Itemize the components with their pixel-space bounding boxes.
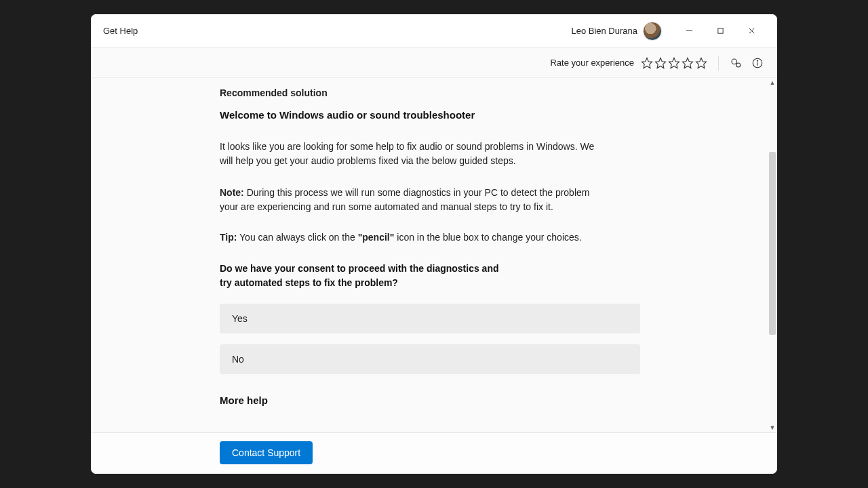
star-icon[interactable] — [654, 57, 667, 69]
close-button[interactable] — [738, 22, 765, 41]
content-area: Recommended solution Welcome to Windows … — [91, 78, 777, 432]
info-icon[interactable] — [749, 54, 766, 72]
star-icon[interactable] — [641, 57, 653, 69]
tip-label: Tip: — [220, 232, 237, 243]
scroll-down-arrow-icon[interactable]: ▼ — [768, 423, 777, 432]
svg-point-14 — [757, 60, 757, 61]
vertical-scrollbar[interactable]: ▲ ▼ — [768, 78, 777, 432]
title-bar: Get Help Leo Bien Durana — [91, 14, 777, 48]
option-yes-button[interactable]: Yes — [220, 304, 640, 333]
app-title: Get Help — [103, 26, 138, 36]
user-name: Leo Bien Durana — [571, 26, 637, 36]
note-paragraph: Note: During this process we will run so… — [220, 186, 599, 214]
intro-paragraph: It looks like you are looking for some h… — [220, 140, 599, 168]
svg-marker-5 — [656, 58, 666, 68]
headline: Welcome to Windows audio or sound troubl… — [220, 109, 640, 121]
avatar — [643, 22, 662, 41]
star-icon[interactable] — [682, 57, 694, 69]
tip-bold: "pencil" — [358, 232, 395, 243]
scroll-thumb[interactable] — [769, 152, 776, 335]
scroll-track[interactable] — [768, 87, 777, 423]
consent-question: Do we have your consent to proceed with … — [220, 262, 511, 290]
star-icon[interactable] — [695, 57, 707, 69]
scroll-region[interactable]: Recommended solution Welcome to Windows … — [91, 78, 777, 432]
separator — [718, 56, 719, 70]
maximize-button[interactable] — [707, 22, 734, 41]
option-no-button[interactable]: No — [220, 344, 640, 374]
star-icon[interactable] — [668, 57, 680, 69]
svg-marker-7 — [683, 58, 693, 68]
svg-line-11 — [736, 63, 736, 64]
note-text: During this process we will run some dia… — [220, 187, 589, 212]
rating-stars[interactable] — [641, 57, 707, 69]
footer: Contact Support — [91, 432, 777, 474]
svg-marker-4 — [642, 58, 652, 68]
tip-paragraph: Tip: You can always click on the "pencil… — [220, 232, 640, 243]
rating-label: Rate your experience — [550, 58, 634, 68]
app-window: Get Help Leo Bien Durana Rate your exper… — [91, 14, 777, 474]
feedback-icon[interactable] — [727, 54, 745, 72]
minimize-button[interactable] — [675, 22, 703, 41]
user-account[interactable]: Leo Bien Durana — [571, 22, 662, 41]
section-label: Recommended solution — [220, 87, 640, 98]
scroll-up-arrow-icon[interactable]: ▲ — [768, 78, 777, 87]
svg-marker-6 — [669, 58, 679, 68]
more-help-heading: More help — [220, 394, 640, 406]
contact-support-button[interactable]: Contact Support — [220, 441, 313, 464]
note-label: Note: — [220, 187, 244, 198]
rating-bar: Rate your experience — [91, 48, 777, 78]
window-controls — [675, 22, 765, 41]
svg-marker-8 — [696, 58, 707, 68]
svg-rect-1 — [717, 28, 722, 33]
